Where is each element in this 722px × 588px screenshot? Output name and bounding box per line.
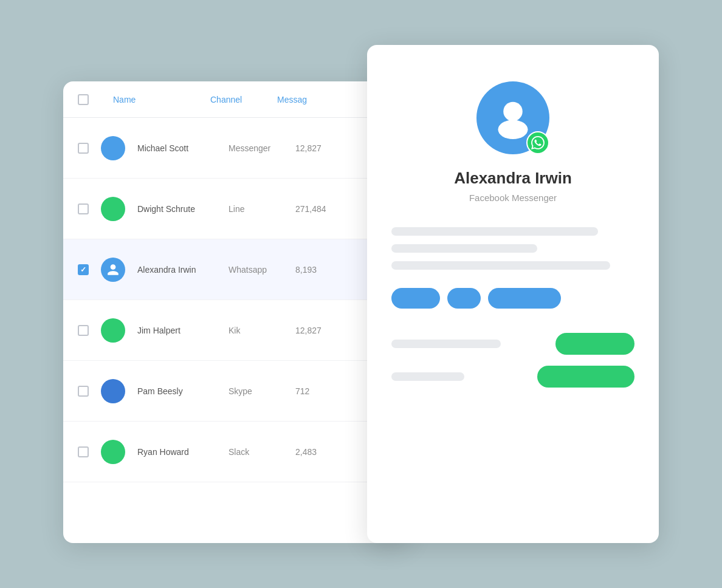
- tag-1[interactable]: [391, 288, 440, 309]
- row-channel-pam: Skype: [229, 386, 295, 396]
- tag-3[interactable]: [488, 288, 561, 309]
- action-button-1[interactable]: [555, 333, 634, 355]
- row-messages-ryan: 2,483: [295, 447, 317, 457]
- table-card: Name Channel Messag Michael Scott Messen…: [63, 81, 410, 543]
- row-checkbox-michael[interactable]: [78, 143, 89, 154]
- row-checkbox-pam[interactable]: [78, 386, 89, 397]
- action-row-1: [391, 333, 634, 355]
- profile-name: Alexandra Irwin: [454, 169, 572, 188]
- profile-avatar-wrap: [476, 81, 549, 154]
- row-name-alexandra: Alexandra Irwin: [137, 265, 229, 275]
- select-all-checkbox[interactable]: [78, 94, 89, 105]
- table-row[interactable]: Ryan Howard Slack 2,483: [63, 422, 410, 482]
- row-name-dwight: Dwight Schrute: [137, 204, 229, 214]
- row-checkbox-dwight[interactable]: [78, 203, 89, 214]
- row-name-pam: Pam Beesly: [137, 386, 229, 396]
- skeleton-line-3: [391, 261, 610, 270]
- skeleton-line-2: [391, 244, 537, 253]
- row-channel-michael: Messenger: [229, 143, 295, 153]
- avatar-pam: [101, 379, 125, 403]
- row-messages-pam: 712: [295, 386, 309, 396]
- action-label-2: [391, 372, 464, 381]
- row-channel-dwight: Line: [229, 204, 295, 214]
- profile-skeleton-lines: [391, 227, 634, 270]
- person-icon: [106, 263, 120, 276]
- row-channel-alexandra: Whatsapp: [229, 265, 295, 275]
- avatar-ryan: [101, 440, 125, 464]
- avatar-alexandra: [101, 258, 125, 282]
- action-row-2: [391, 366, 634, 388]
- profile-person-icon: [492, 97, 534, 139]
- avatar-michael: [101, 136, 125, 160]
- row-messages-jim: 12,827: [295, 326, 321, 335]
- skeleton-line-1: [391, 227, 598, 236]
- table-row-selected[interactable]: Alexandra Irwin Whatsapp 8,193: [63, 239, 410, 300]
- scene: Name Channel Messag Michael Scott Messen…: [63, 45, 659, 543]
- table-row[interactable]: Michael Scott Messenger 12,827: [63, 118, 410, 179]
- row-name-jim: Jim Halpert: [137, 326, 229, 335]
- svg-point-1: [498, 120, 528, 140]
- table-row[interactable]: Dwight Schrute Line 271,484: [63, 179, 410, 239]
- action-label-1: [391, 340, 501, 348]
- col-header-channel: Channel: [210, 95, 277, 104]
- row-messages-alexandra: 8,193: [295, 265, 317, 275]
- row-name-michael: Michael Scott: [137, 143, 229, 153]
- row-checkbox-jim[interactable]: [78, 325, 89, 336]
- svg-point-0: [503, 102, 523, 121]
- row-messages-michael: 12,827: [295, 143, 321, 153]
- whatsapp-badge: [526, 131, 549, 154]
- table-row[interactable]: Pam Beesly Skype 712: [63, 361, 410, 422]
- row-checkbox-ryan[interactable]: [78, 446, 89, 457]
- tag-2[interactable]: [447, 288, 481, 309]
- whatsapp-icon: [531, 136, 545, 149]
- avatar-jim: [101, 318, 125, 343]
- profile-platform: Facebook Messenger: [469, 193, 557, 203]
- row-messages-dwight: 271,484: [295, 204, 326, 214]
- table-row[interactable]: Jim Halpert Kik 12,827: [63, 300, 410, 361]
- table-header: Name Channel Messag: [63, 81, 410, 118]
- profile-tags: [391, 288, 634, 309]
- row-channel-ryan: Slack: [229, 447, 295, 457]
- profile-card: Alexandra Irwin Facebook Messenger: [367, 45, 659, 543]
- row-channel-jim: Kik: [229, 326, 295, 335]
- col-header-name: Name: [113, 95, 210, 104]
- avatar-dwight: [101, 197, 125, 221]
- row-name-ryan: Ryan Howard: [137, 447, 229, 457]
- action-button-2[interactable]: [537, 366, 634, 388]
- row-checkbox-alexandra[interactable]: [78, 264, 89, 275]
- col-header-messages: Messag: [277, 95, 326, 104]
- profile-actions: [391, 333, 634, 388]
